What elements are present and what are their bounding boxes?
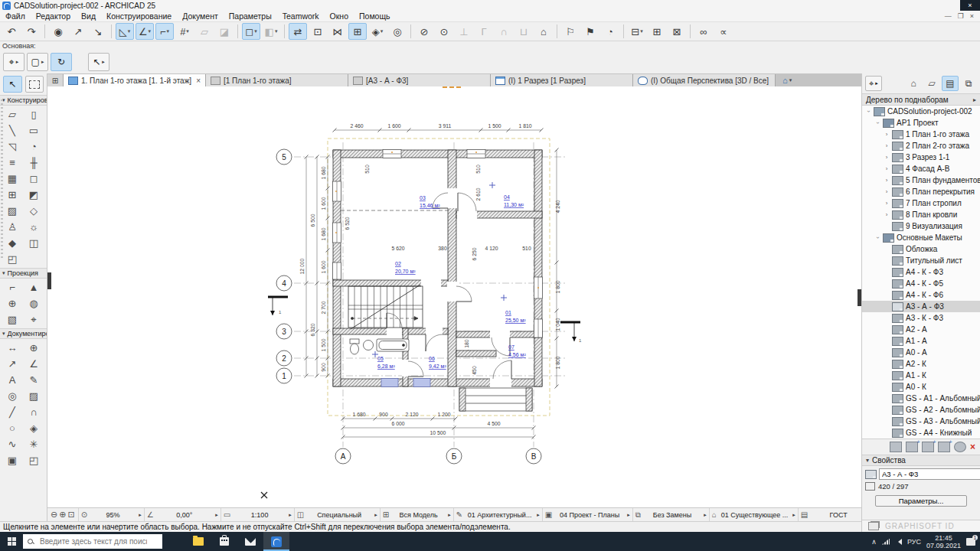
menu-item-1[interactable]: Редактор [31, 11, 76, 21]
language-indicator[interactable]: РУС [907, 538, 921, 546]
tree-item-28[interactable]: GS - А4 - Книжный [862, 427, 980, 439]
tree-item-17[interactable]: А3 - А - Ф3 [862, 301, 980, 312]
tree-item-20[interactable]: А1 - А [862, 335, 980, 347]
view-map-icon[interactable]: ▱ [923, 76, 940, 91]
text-tool[interactable]: А [2, 372, 23, 388]
layouting-button[interactable]: ⊟▾ [628, 23, 646, 40]
pen-set-control[interactable]: ✎01 Архитектурный...▸ [453, 508, 542, 522]
tree-item-26[interactable]: GS - А2 - Альбомный [862, 404, 980, 416]
split-button[interactable]: ⊘ [415, 23, 433, 40]
tree-expand-icon[interactable]: › [874, 235, 881, 241]
level-dimension-tool[interactable]: ↗ [2, 356, 23, 372]
zoom-out-icon[interactable]: ⊖ [51, 510, 57, 520]
walls[interactable] [333, 150, 542, 386]
zoom-in-icon[interactable]: ⊕ [59, 510, 66, 520]
model-view-options-control[interactable]: ▣04 Проект - Планы▸ [542, 508, 632, 522]
section-tool[interactable]: ⌐ [2, 279, 23, 295]
hotspot-tool[interactable]: ✳ [23, 436, 44, 452]
tree-expand-icon[interactable]: › [884, 188, 890, 195]
curtain-wall-tool[interactable]: ▦ [2, 171, 23, 187]
tab-3[interactable]: (I) 1 Разрез [1 Разрез] [491, 74, 633, 86]
clock[interactable]: 21:45 07.09.2021 [926, 534, 961, 549]
tree-item-9[interactable]: ›8 План кровли [862, 209, 980, 220]
tree-item-4[interactable]: ›3 Разрез 1-1 [862, 152, 980, 163]
shell-tool[interactable]: ◔ [23, 139, 44, 155]
left-splitter-handle[interactable] [47, 272, 51, 289]
angle-dimension-tool[interactable]: ∠ [23, 356, 44, 372]
tree-item-0[interactable]: ›CADSolution-project-002 [862, 106, 980, 117]
tree-item-21[interactable]: А0 - А [862, 347, 980, 358]
staircase[interactable] [348, 285, 423, 329]
figure-tool[interactable]: ▣ [2, 452, 23, 468]
drawing-tool[interactable]: ◰ [23, 452, 44, 468]
snap-points-button[interactable]: ⌐▾ [155, 23, 174, 40]
renovation-filter-control[interactable]: ⌂01 Существующее ...▸ [709, 508, 798, 522]
railing-tool[interactable]: ╫ [23, 155, 44, 171]
tree-item-18[interactable]: А3 - К - Ф3 [862, 312, 980, 324]
mesh-tool[interactable]: ◫ [23, 235, 44, 251]
project-chooser-button[interactable]: ⌖▸ [865, 76, 882, 91]
arrow-tool-button[interactable]: ↖ [3, 76, 22, 93]
zone-tool[interactable]: ◆ [2, 235, 23, 251]
dock-grip[interactable] [1, 99, 3, 260]
tree-item-19[interactable]: А2 - А [862, 324, 980, 335]
roof-tool[interactable]: ◹ [2, 139, 23, 155]
taskbar-mail-button[interactable] [237, 532, 263, 551]
tree-item-10[interactable]: 9 Визуализация [862, 220, 980, 232]
graphisoft-id-icon[interactable] [868, 522, 879, 530]
tree-item-6[interactable]: ›5 План фундаментов [862, 174, 980, 186]
inject-parameters-button[interactable]: ↘ [89, 23, 107, 40]
door-tool[interactable]: ◻ [23, 171, 44, 187]
minimize-icon[interactable]: — [945, 12, 952, 20]
link-button[interactable]: ⋈ [328, 23, 347, 40]
skylight-tool[interactable]: ◩ [23, 187, 44, 203]
new-drawing-icon[interactable] [938, 442, 950, 452]
find-select-button[interactable]: ◉ [49, 23, 67, 40]
tree-item-12[interactable]: Обложка [862, 243, 980, 255]
partial-structure-control[interactable]: ⊞Вся Модель▸ [380, 508, 453, 522]
tree-item-5[interactable]: ›4 Фасад А-В [862, 163, 980, 174]
circle-tool[interactable]: ○ [2, 420, 23, 436]
interior-elevation-tool[interactable]: ⊕ [2, 295, 23, 311]
pick-up-parameters-button[interactable]: ↗ [69, 23, 87, 40]
spline-tool[interactable]: ∿ [2, 436, 23, 452]
fill-tool[interactable]: ▨ [23, 388, 44, 404]
scale-control[interactable]: ▭1:100▸ [220, 508, 294, 522]
close-icon[interactable]: × [970, 12, 974, 20]
label-tool[interactable]: ✎ [23, 372, 44, 388]
pen-button[interactable]: ◎ [388, 23, 407, 40]
home-story-button[interactable]: ⌂ [534, 23, 553, 40]
slab-tool[interactable]: ▭ [23, 122, 44, 139]
tree-expand-icon[interactable]: › [874, 120, 881, 126]
redo-button[interactable]: ↷ [22, 23, 41, 40]
editing-plane-display-button[interactable]: ◪ [215, 23, 234, 40]
lasso-select-button[interactable]: ⌖▸ [3, 53, 24, 71]
tree-expand-icon[interactable]: › [884, 211, 890, 218]
search-input[interactable] [38, 536, 149, 546]
layout-name-field[interactable] [879, 468, 980, 480]
notification-icon[interactable] [966, 538, 975, 546]
tree-item-25[interactable]: GS - А1 - Альбомный [862, 393, 980, 404]
tab-2[interactable]: [А3 - А - Ф3] [348, 74, 491, 86]
taskbar-search[interactable] [23, 534, 162, 549]
taskbar-archicad-button[interactable] [263, 532, 289, 551]
object-tool[interactable]: ♙ [2, 219, 23, 235]
arc-button[interactable]: ∩ [495, 23, 513, 40]
toolbox-section-header-1[interactable]: ▾Проекция [0, 268, 47, 279]
grid-element-tool[interactable]: ◰ [2, 251, 23, 267]
menu-item-7[interactable]: Окно [325, 11, 354, 21]
undo-button[interactable]: ↶ [2, 23, 21, 40]
clouds-button[interactable]: ◔ [601, 23, 619, 40]
project-map-icon[interactable]: ⌂ [905, 76, 922, 91]
menu-item-6[interactable]: Teamwork [277, 11, 325, 21]
suspend-groups-button[interactable]: ⇄ [289, 23, 307, 40]
window-tool[interactable]: ⊞ [2, 187, 23, 203]
guide-lines-button[interactable]: ◺▾ [116, 23, 134, 40]
tree-item-27[interactable]: GS - А3 - Альбомный [862, 416, 980, 427]
menu-item-3[interactable]: Конструирование [101, 11, 177, 21]
morph-tool[interactable]: ◇ [23, 203, 44, 219]
menu-item-4[interactable]: Документ [177, 11, 224, 21]
tree-item-14[interactable]: А4 - К - Ф3 [862, 266, 980, 278]
windows[interactable] [333, 150, 543, 387]
zoom-level-control[interactable]: ⊙95%▸ [78, 508, 144, 522]
